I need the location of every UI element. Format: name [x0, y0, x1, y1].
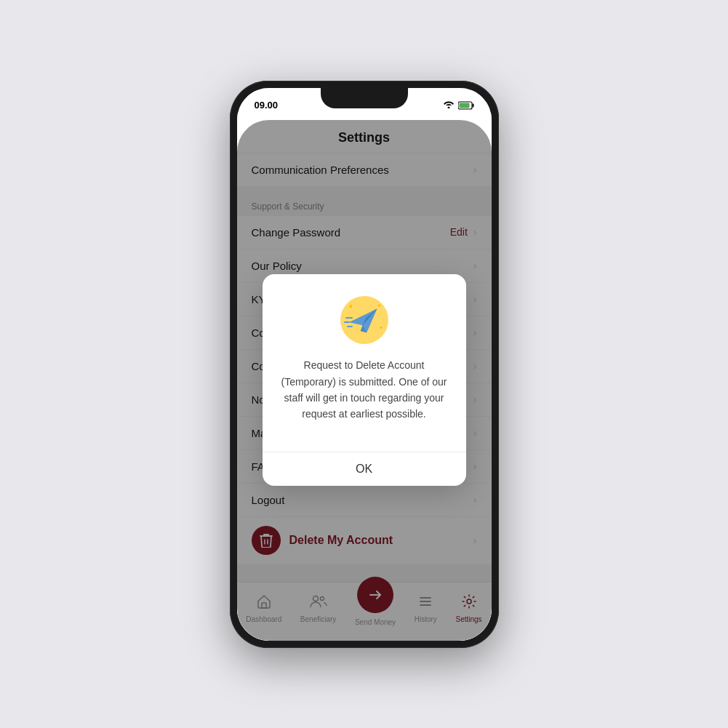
phone-frame: 09.00 Settings [230, 81, 499, 648]
modal-overlay: ✦ ✦ ✦ [237, 120, 492, 641]
svg-text:✦: ✦ [348, 303, 353, 311]
status-time: 09.00 [255, 100, 279, 111]
modal-body: ✦ ✦ ✦ [263, 274, 466, 437]
svg-rect-1 [472, 103, 473, 107]
notch [321, 88, 408, 108]
phone-screen: 09.00 Settings [237, 88, 492, 641]
svg-text:✦: ✦ [379, 325, 383, 330]
modal-dialog: ✦ ✦ ✦ [263, 274, 466, 486]
battery-icon [458, 101, 474, 110]
wifi-icon [443, 100, 455, 111]
modal-icon: ✦ ✦ ✦ [339, 295, 390, 345]
status-icons [443, 100, 474, 111]
modal-ok-button[interactable]: OK [263, 452, 466, 486]
svg-text:✦: ✦ [377, 303, 382, 309]
svg-rect-2 [459, 103, 469, 108]
status-bar: 09.00 [237, 88, 492, 120]
modal-message: Request to Delete Account (Temporary) is… [280, 357, 449, 423]
screen-content: Settings Communication Preferences › Sup… [237, 120, 492, 641]
